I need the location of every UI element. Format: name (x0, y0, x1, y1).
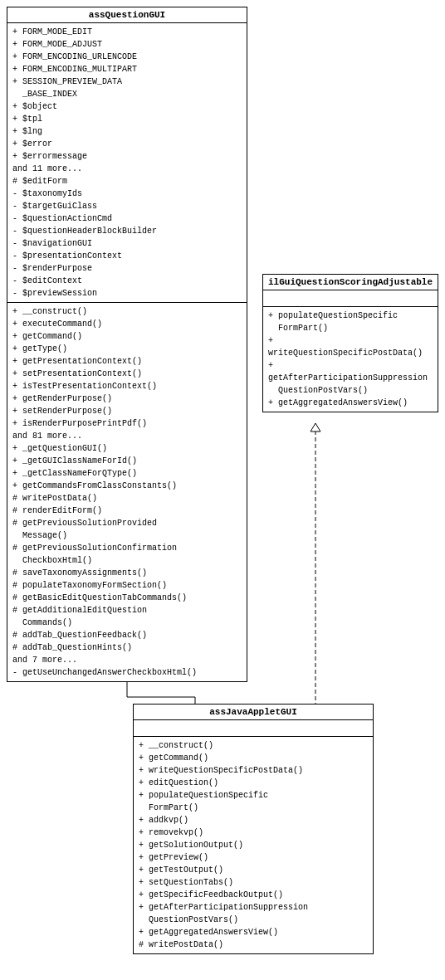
method-item: + getCommand() (139, 752, 368, 764)
assJavaAppletGUI-box: assJavaAppletGUI + __construct() + getCo… (133, 704, 374, 954)
method-item: + executeCommand() (12, 318, 242, 330)
field-item: + $lng (12, 125, 242, 138)
method-item: Commands() (12, 617, 242, 629)
method-item: + getAfterParticipationSuppression (268, 359, 433, 384)
method-item: + setQuestionTabs() (139, 876, 368, 889)
method-item: CheckboxHtml() (12, 554, 242, 567)
method-item: - getUseUnchangedAnswerCheckboxHtml() (12, 666, 242, 679)
method-item: + addkvp() (139, 814, 368, 826)
method-item: + __construct() (139, 739, 368, 752)
method-item: + _getQuestionGUI() (12, 442, 242, 455)
field-item: _BASE_INDEX (12, 88, 242, 100)
field-item: - $targetGuiClass (12, 200, 242, 212)
method-item: QuestionPostVars() (139, 914, 368, 926)
field-item: + $object (12, 100, 242, 113)
field-item: + $error (12, 138, 242, 150)
field-item: - $editContext (12, 275, 242, 287)
field-item: + FORM_ENCODING_URLENCODE (12, 51, 242, 63)
field-item: + $errormessage (12, 150, 242, 163)
field-item: - $presentationContext (12, 250, 242, 262)
method-item: FormPart() (268, 322, 433, 334)
method-item-more: and 7 more... (12, 654, 242, 666)
method-item: + setRenderPurpose() (12, 405, 242, 417)
method-item: + getCommandsFromClassConstants() (12, 480, 242, 492)
method-item: + getAggregatedAnswersView() (268, 397, 433, 409)
method-item: + getAfterParticipationSuppression (139, 901, 368, 914)
svg-marker-8 (311, 423, 320, 431)
method-item: + editQuestion() (139, 777, 368, 789)
method-item: # addTab_QuestionFeedback() (12, 629, 242, 641)
assQuestionGUI-methods: + __construct() + executeCommand() + get… (7, 303, 247, 681)
method-item: + getPresentationContext() (12, 355, 242, 368)
field-item: + $tpl (12, 113, 242, 125)
ilGuiQuestionScoringAdjustable-fields (263, 290, 438, 307)
field-item: - $taxonomyIds (12, 188, 242, 200)
diagram-container: assQuestionGUI + FORM_MODE_EDIT + FORM_M… (0, 0, 445, 980)
field-item: + FORM_ENCODING_MULTIPART (12, 63, 242, 76)
field-item: + FORM_MODE_ADJUST (12, 38, 242, 51)
method-item: + removekvp() (139, 826, 368, 839)
method-item: + isTestPresentationContext() (12, 380, 242, 392)
field-item-more: and 11 more... (12, 163, 242, 175)
method-item: QuestionPostVars() (268, 384, 433, 397)
method-item: + getAggregatedAnswersView() (139, 926, 368, 939)
ilGuiQuestionScoringAdjustable-title: ilGuiQuestionScoringAdjustable (263, 275, 438, 290)
method-item: + getCommand() (12, 330, 242, 343)
method-item: + getSolutionOutput() (139, 839, 368, 851)
method-item: # writePostData() (12, 492, 242, 505)
method-item: + _getGUIClassNameForId() (12, 455, 242, 467)
field-item: - $questionHeaderBlockBuilder (12, 225, 242, 237)
ilGuiQuestionScoringAdjustable-box: ilGuiQuestionScoringAdjustable + populat… (262, 274, 438, 412)
method-item: + getRenderPurpose() (12, 392, 242, 405)
method-item: # getAdditionalEditQuestion (12, 604, 242, 617)
method-item: # populateTaxonomyFormSection() (12, 579, 242, 592)
method-item: + writeQuestionSpecificPostData() (268, 334, 433, 359)
method-item: # getPreviousSolutionProvided (12, 517, 242, 529)
method-item: # getPreviousSolutionConfirmation (12, 542, 242, 554)
method-item: + writeQuestionSpecificPostData() (139, 764, 368, 777)
assQuestionGUI-box: assQuestionGUI + FORM_MODE_EDIT + FORM_M… (7, 7, 247, 682)
assJavaAppletGUI-title: assJavaAppletGUI (134, 705, 373, 720)
assJavaAppletGUI-methods: + __construct() + getCommand() + writeQu… (134, 737, 373, 953)
method-item: + _getClassNameForQType() (12, 467, 242, 480)
assQuestionGUI-title: assQuestionGUI (7, 7, 247, 23)
method-item: Message() (12, 529, 242, 542)
method-item: # saveTaxonomyAssignments() (12, 567, 242, 579)
method-item: + setPresentationContext() (12, 368, 242, 380)
field-item: - $navigationGUI (12, 237, 242, 250)
method-item: + populateQuestionSpecific (268, 310, 433, 322)
method-item: FormPart() (139, 802, 368, 814)
ilGuiQuestionScoringAdjustable-methods: + populateQuestionSpecific FormPart() + … (263, 307, 438, 412)
field-item: - $previewSession (12, 287, 242, 300)
field-item: + SESSION_PREVIEW_DATA (12, 76, 242, 88)
method-item: + getTestOutput() (139, 864, 368, 876)
method-item: + populateQuestionSpecific (139, 789, 368, 802)
method-item: + getSpecificFeedbackOutput() (139, 889, 368, 901)
field-item: - $renderPurpose (12, 262, 242, 275)
assQuestionGUI-fields: + FORM_MODE_EDIT + FORM_MODE_ADJUST + FO… (7, 23, 247, 303)
method-item: # addTab_QuestionHints() (12, 641, 242, 654)
method-item: # getBasicEditQuestionTabCommands() (12, 592, 242, 604)
method-item: + __construct() (12, 305, 242, 318)
field-item: # $editForm (12, 175, 242, 188)
method-item: + isRenderPurposePrintPdf() (12, 417, 242, 430)
method-item: + getPreview() (139, 851, 368, 864)
method-item-more: and 81 more... (12, 430, 242, 442)
method-item: # writePostData() (139, 939, 368, 951)
field-item: - $questionActionCmd (12, 212, 242, 225)
field-item: + FORM_MODE_EDIT (12, 26, 242, 38)
assJavaAppletGUI-fields (134, 720, 373, 737)
method-item: # renderEditForm() (12, 505, 242, 517)
method-item: + getType() (12, 343, 242, 355)
